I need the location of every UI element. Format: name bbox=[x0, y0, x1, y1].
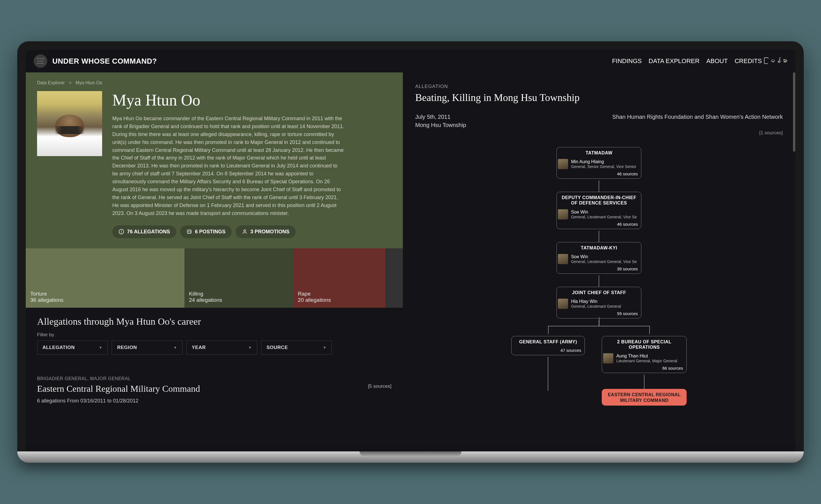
filter-region-label: REGION bbox=[117, 345, 137, 350]
left-pane: Data Explorer > Mya Htun Oo Mya Htun Oo … bbox=[26, 72, 403, 451]
info-icon bbox=[119, 229, 124, 234]
chip-postings-label: 6 POSTINGS bbox=[195, 229, 225, 235]
person-icon bbox=[242, 229, 248, 234]
main-nav: FINDINGS DATA EXPLORER ABOUT CREDITS မြန… bbox=[612, 57, 787, 65]
tree-connector bbox=[644, 375, 644, 389]
node-rank: Lieutenant General, Major General bbox=[616, 359, 684, 363]
filter-year[interactable]: YEAR ▼ bbox=[186, 341, 257, 355]
nav-credits[interactable]: CREDITS bbox=[734, 57, 762, 65]
tile-killing-count: 24 allegations bbox=[189, 297, 289, 303]
node-sources: 59 sources bbox=[557, 310, 641, 318]
caret-down-icon: ▼ bbox=[323, 346, 326, 350]
tree-node[interactable]: JOINT CHIEF OF STAFF Hla Htay Win Genera… bbox=[556, 287, 641, 318]
nav-findings[interactable]: FINDINGS bbox=[612, 57, 642, 65]
node-portrait bbox=[558, 209, 568, 219]
career-heading: Allegations through Mya Htun Oo's career bbox=[37, 316, 392, 327]
tree-node[interactable]: TATMADAW Min Aung Hlaing General, Senior… bbox=[556, 147, 641, 179]
filter-year-label: YEAR bbox=[192, 345, 206, 350]
tile-other[interactable] bbox=[385, 248, 403, 308]
chip-allegations-label: 76 ALLEGATIONS bbox=[127, 229, 170, 235]
allegation-source-org: Shan Human Rights Foundation and Shan Wo… bbox=[612, 114, 783, 120]
node-sources: 46 sources bbox=[557, 221, 641, 229]
node-title: DEPUTY COMMANDER-IN-CHIEF OF DEFENCE SER… bbox=[557, 192, 641, 208]
filter-source[interactable]: SOURCE ▼ bbox=[261, 341, 332, 355]
node-name: Min Aung Hlaing bbox=[571, 159, 638, 164]
node-portrait bbox=[603, 353, 613, 363]
tree-connector bbox=[599, 275, 599, 287]
breadcrumb-sep: > bbox=[69, 80, 71, 85]
right-pane: ALLEGATION Beating, Killing in Mong Hsu … bbox=[403, 72, 795, 451]
topbar: Security Force Monitor UNDER WHOSE COMMA… bbox=[26, 50, 795, 72]
svg-rect-1 bbox=[121, 231, 122, 233]
allegation-label: ALLEGATION bbox=[415, 84, 783, 89]
group-sub: 6 allegations From 03/16/2011 to 01/28/2… bbox=[37, 398, 392, 404]
breadcrumb-current: Mya Htun Oo bbox=[76, 80, 102, 85]
allegation-location: Mong Hsu Township bbox=[415, 122, 466, 128]
tree-node[interactable]: TATMADAW-KYI Soe Win General, Lieutenant… bbox=[556, 242, 641, 274]
node-title: EASTERN CENTRAL REGIONAL MILITARY COMMAN… bbox=[602, 389, 686, 405]
allegation-tiles: Torture 36 allegations Killing 24 allega… bbox=[26, 248, 403, 308]
group-title: Eastern Central Regional Military Comman… bbox=[37, 384, 200, 394]
svg-point-7 bbox=[244, 230, 246, 232]
tree-node[interactable]: GENERAL STAFF (ARMY) 47 sources bbox=[511, 336, 585, 355]
laptop-base bbox=[17, 451, 804, 463]
node-name: Soe Win bbox=[571, 254, 638, 259]
node-sources: 66 sources bbox=[602, 365, 686, 373]
chip-promotions-label: 3 PROMOTIONS bbox=[250, 229, 289, 235]
caret-down-icon: ▼ bbox=[248, 346, 252, 350]
tree-connector bbox=[599, 180, 599, 192]
profile-name: Mya Htun Oo bbox=[112, 91, 344, 109]
node-portrait bbox=[558, 299, 568, 309]
filter-label: Filter by bbox=[37, 332, 392, 338]
node-sources: 39 sources bbox=[557, 265, 641, 273]
brand-title: UNDER WHOSE COMMAND? bbox=[52, 57, 157, 66]
tile-torture-count: 36 allegations bbox=[30, 297, 180, 303]
tile-rape[interactable]: Rape 20 allegations bbox=[293, 248, 386, 308]
nav-language[interactable]: မြန်မာ bbox=[769, 57, 787, 65]
node-title: TATMADAW-KYI bbox=[557, 242, 641, 253]
node-rank: General, Lieutenant General, Vice Se bbox=[571, 259, 638, 264]
node-rank: General, Senior General, Vice Senior bbox=[571, 164, 638, 169]
tree-branch-connector bbox=[548, 326, 650, 334]
breadcrumb-root[interactable]: Data Explorer bbox=[37, 80, 65, 85]
group-sources[interactable]: [5 sources] bbox=[368, 384, 392, 389]
node-title: GENERAL STAFF (ARMY) bbox=[511, 336, 584, 347]
tile-torture[interactable]: Torture 36 allegations bbox=[26, 248, 184, 308]
nav-data-explorer[interactable]: DATA EXPLORER bbox=[649, 57, 700, 65]
tree-node[interactable]: 2 BUREAU OF SPECIAL OPERATIONS Aung Than… bbox=[602, 336, 687, 373]
node-name: Hla Htay Win bbox=[571, 299, 638, 304]
caret-down-icon: ▼ bbox=[174, 346, 177, 350]
tree-connector bbox=[599, 231, 599, 242]
svg-point-4 bbox=[188, 231, 189, 232]
command-tree: TATMADAW Min Aung Hlaing General, Senior… bbox=[415, 147, 783, 407]
node-rank: General, Lieutenant General, Vice Se bbox=[571, 215, 638, 219]
tile-killing[interactable]: Killing 24 allegations bbox=[184, 248, 293, 308]
career-group: BRIGADIER GENERAL, MAJOR GENERAL Eastern… bbox=[26, 363, 403, 412]
svg-rect-2 bbox=[121, 230, 122, 231]
node-title: TATMADAW bbox=[557, 147, 641, 158]
node-sources: 47 sources bbox=[511, 347, 584, 355]
tile-rape-count: 20 allegations bbox=[298, 297, 381, 303]
group-rank: BRIGADIER GENERAL, MAJOR GENERAL bbox=[37, 376, 392, 381]
nav-about[interactable]: ABOUT bbox=[706, 57, 728, 65]
laptop-notch bbox=[360, 451, 461, 456]
node-title: JOINT CHIEF OF STAFF bbox=[557, 287, 641, 298]
node-rank: General, Lieutenant General bbox=[571, 304, 638, 309]
chip-allegations[interactable]: 76 ALLEGATIONS bbox=[112, 225, 176, 238]
node-portrait bbox=[558, 159, 568, 169]
chip-postings[interactable]: 6 POSTINGS bbox=[180, 225, 232, 238]
logo-badge: Security Force Monitor bbox=[34, 54, 47, 68]
filter-allegation-label: ALLEGATION bbox=[42, 345, 75, 350]
tree-node[interactable]: DEPUTY COMMANDER-IN-CHIEF OF DEFENCE SER… bbox=[556, 192, 641, 229]
tree-node-highlight[interactable]: EASTERN CENTRAL REGIONAL MILITARY COMMAN… bbox=[602, 389, 687, 405]
tile-killing-label: Killing bbox=[189, 291, 289, 297]
caret-down-icon: ▼ bbox=[99, 346, 102, 350]
allegation-sources[interactable]: [1 sources] bbox=[415, 130, 783, 136]
node-name: Aung Than Htut bbox=[616, 354, 684, 359]
chip-promotions[interactable]: 3 PROMOTIONS bbox=[236, 225, 296, 238]
filter-region[interactable]: REGION ▼ bbox=[112, 341, 182, 355]
svg-rect-3 bbox=[187, 230, 191, 233]
node-name: Soe Win bbox=[571, 210, 638, 215]
filter-allegation[interactable]: ALLEGATION ▼ bbox=[37, 341, 108, 355]
profile-portrait bbox=[37, 91, 102, 156]
